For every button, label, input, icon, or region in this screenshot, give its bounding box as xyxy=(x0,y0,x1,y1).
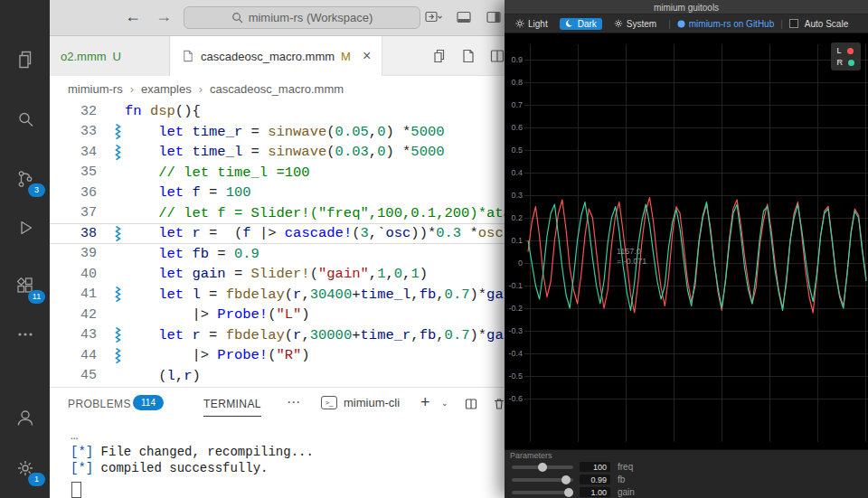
gain-value[interactable]: 1.00 xyxy=(580,487,610,497)
fb-slider[interactable] xyxy=(512,478,573,482)
chevron-right-icon: › xyxy=(130,82,134,96)
sidebar-item-search[interactable] xyxy=(0,101,50,137)
gain-slider-knob[interactable] xyxy=(564,488,573,497)
github-link[interactable]: mimium-rs on GitHub xyxy=(677,19,774,29)
sidebar-item-accounts[interactable] xyxy=(0,399,50,436)
nav-back-button[interactable]: ← xyxy=(125,7,141,26)
sidebar-item-settings[interactable]: 1 xyxy=(0,450,50,486)
code-text: let r = (f |> cascade!(3,`osc))*0.3 *osc… xyxy=(125,225,520,241)
sidebar-item-more[interactable] xyxy=(0,316,50,352)
code-text: let fb = 0.9 xyxy=(125,246,259,262)
file-icon xyxy=(181,49,194,63)
command-center-label: mimium-rs (Workspace) xyxy=(249,11,373,24)
command-center-search[interactable]: mimium-rs (Workspace) xyxy=(184,6,420,29)
breadcrumb-item-file[interactable]: cascadeosc_macro.mmm xyxy=(210,82,344,96)
line-number: 43 xyxy=(50,327,97,343)
terminal-line: … xyxy=(71,428,314,444)
new-terminal-button[interactable]: + xyxy=(420,393,430,412)
nav-forward-button[interactable]: → xyxy=(156,7,172,26)
parameter-row-fb: 0.99fb xyxy=(505,474,868,485)
guitools-toolbar: Light Dark System | mimium-rs on GitHub … xyxy=(505,14,868,33)
gutter-marker xyxy=(97,124,125,139)
terminal-shell-selector[interactable]: >_ mimium-cli xyxy=(321,396,400,409)
screen: ← → mimium-rs (Workspace) 3 xyxy=(0,0,868,498)
parameter-rows: 100freq0.99fb1.00gain xyxy=(505,461,868,498)
gutter-marker xyxy=(97,327,125,343)
search-icon xyxy=(231,12,243,23)
freq-slider[interactable] xyxy=(512,465,573,469)
open-preview-icon[interactable] xyxy=(460,48,476,64)
breadcrumb-item-workspace[interactable]: mimium-rs xyxy=(68,82,123,96)
svg-text:0.9: 0.9 xyxy=(511,55,523,64)
tab-terminal[interactable]: TERMINAL xyxy=(203,398,261,417)
tab-label: cascadeosc_macro.mmm xyxy=(201,50,335,63)
theme-dark-button[interactable]: Dark xyxy=(560,18,602,30)
code-text: (l,r) xyxy=(125,368,201,384)
terminal-dropdown-icon[interactable]: ⌄ xyxy=(441,399,448,408)
gain-label: gain xyxy=(618,487,635,497)
line-number: 35 xyxy=(50,164,97,180)
tab-problems[interactable]: PROBLEMS xyxy=(68,398,131,410)
moon-icon xyxy=(565,19,574,28)
guitools-title-bar[interactable]: mimium guitools xyxy=(505,0,868,14)
run-task-icon[interactable] xyxy=(425,9,442,25)
code-text: let time_r = sinwave(0.05,0) *5000 xyxy=(125,124,445,140)
theme-system-label: System xyxy=(627,19,656,29)
svg-text:-0.5: -0.5 xyxy=(508,371,523,381)
svg-text:-0.6: -0.6 xyxy=(508,394,523,403)
gain-slider[interactable] xyxy=(512,491,573,494)
panel-more-icon[interactable]: ⋯ xyxy=(287,394,300,410)
legend-item-L[interactable]: L xyxy=(837,46,855,55)
freq-slider-knob[interactable] xyxy=(538,463,547,472)
svg-text:0.2: 0.2 xyxy=(511,213,523,222)
legend-color-dot xyxy=(848,60,854,66)
line-number: 32 xyxy=(50,104,97,119)
svg-text:0.7: 0.7 xyxy=(511,100,523,109)
open-changes-icon[interactable] xyxy=(431,48,448,64)
code-text: // let time_l =100 xyxy=(125,164,310,181)
modified-line-marker xyxy=(115,145,121,160)
oscilloscope-plot[interactable]: 0.90.80.70.60.50.40.30.20.10-0.1-0.2-0.3… xyxy=(505,33,868,449)
terminal-output[interactable]: …[*] File changed, recompiling...[*] com… xyxy=(71,428,314,476)
code-text: let r = fbdelay(r,30000+time_r,fb,0.7)*g… xyxy=(125,327,520,343)
tab-modified-badge: M xyxy=(341,50,351,63)
toggle-panel-icon[interactable] xyxy=(456,9,472,25)
theme-system-button[interactable]: System xyxy=(609,18,662,30)
code-text: |> Probe!("R") xyxy=(125,347,310,363)
line-number: 37 xyxy=(50,205,97,221)
terminal-icon: >_ xyxy=(321,396,337,409)
split-editor-icon[interactable] xyxy=(489,48,505,64)
customize-layout-icon[interactable] xyxy=(486,9,502,25)
svg-text:0.6: 0.6 xyxy=(511,123,523,132)
svg-text:-0.3: -0.3 xyxy=(508,326,523,335)
breadcrumb-item-folder[interactable]: examples xyxy=(141,82,192,96)
sidebar-item-run-debug[interactable] xyxy=(0,210,50,246)
line-number: 36 xyxy=(50,185,97,201)
sidebar-item-explorer[interactable] xyxy=(0,42,50,78)
svg-text:0.4: 0.4 xyxy=(511,168,523,177)
line-number: 40 xyxy=(50,267,97,282)
tab-o2mmm[interactable]: o2.mmm U xyxy=(50,36,170,76)
theme-light-button[interactable]: Light xyxy=(510,18,553,30)
modified-line-marker xyxy=(115,327,121,343)
modified-line-marker xyxy=(115,287,121,302)
auto-scale-checkbox[interactable] xyxy=(789,19,798,28)
freq-value[interactable]: 100 xyxy=(580,462,610,472)
sidebar-item-extensions[interactable]: 11 xyxy=(0,268,50,304)
chevron-right-icon: › xyxy=(199,82,203,96)
system-gear-icon xyxy=(614,19,623,28)
tab-cascadeosc-macro[interactable]: cascadeosc_macro.mmm M × xyxy=(170,36,382,76)
legend-item-R[interactable]: R xyxy=(837,58,855,67)
tab-untracked-badge: U xyxy=(113,50,121,63)
fb-slider-knob[interactable] xyxy=(561,475,571,484)
line-number: 45 xyxy=(50,368,97,383)
tab-close-icon[interactable]: × xyxy=(363,48,371,64)
sidebar-item-source-control[interactable]: 3 xyxy=(0,161,50,197)
code-text: fn dsp(){ xyxy=(125,103,201,119)
split-terminal-icon[interactable] xyxy=(464,397,478,414)
fb-label: fb xyxy=(618,475,625,484)
terminal-line: [*] File changed, recompiling... xyxy=(71,444,314,460)
fb-value[interactable]: 0.99 xyxy=(580,475,610,484)
gutter-marker xyxy=(97,145,125,160)
more-actions-icon xyxy=(14,324,36,345)
